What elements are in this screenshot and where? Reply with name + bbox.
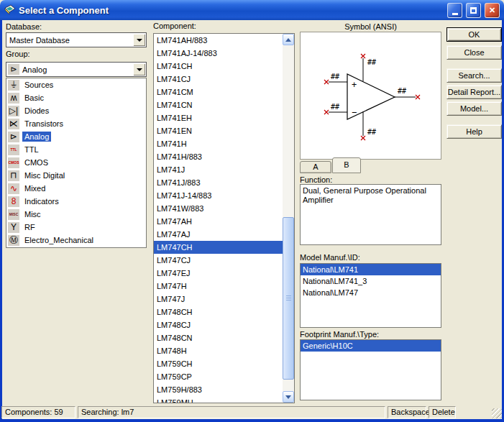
component-item[interactable]: LM741CJ	[154, 73, 283, 86]
database-combo[interactable]: Master Database	[6, 32, 147, 47]
resize-grip[interactable]	[492, 408, 502, 418]
pin-label: ##	[367, 58, 376, 66]
ok-button[interactable]: OK	[446, 27, 502, 42]
group-item-cmos[interactable]: CMOSCMOS	[6, 156, 146, 169]
footprint-list: Generic\H10C	[300, 339, 441, 400]
group-item-label: Misc Digital	[22, 170, 67, 180]
status-backspace: Backspace	[388, 406, 426, 418]
scrollbar-thumb[interactable]	[283, 217, 294, 380]
pin-label: ##	[331, 103, 339, 111]
group-item-diodes[interactable]: ▷|Diodes	[6, 104, 146, 117]
pin-label: ##	[367, 128, 376, 136]
component-item[interactable]: LM748CJ	[154, 318, 283, 331]
status-searching: Searching: lm7	[78, 406, 385, 418]
select-component-dialog: Select a Component ✕ Database: Master Da…	[0, 0, 504, 422]
footprint-item[interactable]: Generic\H10C	[301, 340, 441, 352]
database-label: Database:	[6, 22, 42, 31]
group-item-transistors[interactable]: ⋉Transistors	[6, 117, 146, 130]
component-item[interactable]: LM748H	[154, 344, 283, 357]
seven-segment-icon: 8	[8, 196, 19, 207]
component-item[interactable]: LM748CH	[154, 306, 283, 318]
resistor-icon: ʍ	[8, 93, 19, 104]
group-item-label: Mixed	[22, 183, 47, 193]
pin-terminal-x	[416, 95, 420, 99]
misc-icon: MISC	[8, 209, 19, 220]
action-buttons: OKCloseSearch...Detail Report...Model...…	[446, 0, 502, 180]
pin-label: ##	[331, 73, 339, 81]
component-item[interactable]: LM741EH	[154, 111, 283, 124]
component-item[interactable]: LM747EJ	[154, 267, 283, 280]
group-item-label: TTL	[22, 145, 41, 155]
component-item[interactable]: LM741CM	[154, 86, 283, 98]
group-item-sources[interactable]: ⏚Sources	[6, 78, 146, 91]
group-item-label: Sources	[22, 80, 55, 90]
detail-report-button[interactable]: Detail Report...	[446, 85, 502, 99]
section-tab-b[interactable]: B	[332, 157, 361, 173]
component-item[interactable]: LM759CH	[154, 357, 283, 370]
component-item[interactable]: LM741H	[154, 137, 283, 150]
model-item[interactable]: National\LM741_3	[301, 275, 441, 287]
component-item[interactable]: LM759CP	[154, 370, 283, 383]
component-label: Component:	[153, 22, 196, 30]
group-item-label: Analog	[22, 132, 51, 142]
database-combo-arrow[interactable]	[133, 34, 145, 46]
opamp-icon: ⊳	[8, 64, 19, 75]
component-item[interactable]: LM759MH	[154, 396, 283, 403]
component-item[interactable]: LM741H/883	[154, 150, 283, 163]
component-item[interactable]: LM741AJ-14/883	[154, 47, 283, 60]
mixed-signal-icon: ∿	[8, 183, 19, 194]
component-item[interactable]: LM759H/883	[154, 383, 283, 396]
component-item[interactable]: LM747CJ	[154, 254, 283, 267]
arrow-up-icon	[285, 38, 291, 42]
group-item-rf[interactable]: YRF	[6, 221, 146, 234]
component-item[interactable]: LM741W/883	[154, 202, 283, 215]
symbol-title: Symbol (ANSI)	[300, 22, 441, 31]
group-item-analog[interactable]: ⊳Analog	[6, 130, 146, 143]
component-item[interactable]: LM747AJ	[154, 228, 283, 241]
component-item[interactable]: LM741CN	[154, 98, 283, 111]
group-combo-arrow[interactable]	[133, 63, 145, 75]
component-item[interactable]: LM748CN	[154, 331, 283, 344]
scroll-up-button[interactable]	[283, 34, 294, 45]
opamp-symbol: + − ## ## ## ## ##	[301, 32, 441, 159]
model-item[interactable]: National\LM741	[301, 264, 441, 275]
group-item-electro-mechanical[interactable]: ⓂElectro_Mechanical	[6, 234, 146, 247]
group-item-mixed[interactable]: ∿Mixed	[6, 182, 146, 195]
model-item[interactable]: National\LM747	[301, 287, 441, 298]
component-item[interactable]: LM747J	[154, 293, 283, 306]
arrow-down-icon	[285, 395, 291, 399]
component-item[interactable]: LM741J/883	[154, 176, 283, 189]
help-button[interactable]: Help	[446, 124, 502, 139]
group-item-label: Basic	[22, 93, 46, 103]
close-button[interactable]: Close	[446, 45, 502, 60]
component-item[interactable]: LM741J	[154, 163, 283, 176]
group-item-label: CMOS	[22, 157, 50, 168]
group-item-basic[interactable]: ʍBasic	[6, 91, 146, 104]
model-button[interactable]: Model...	[446, 101, 502, 116]
component-item[interactable]: LM741J-14/883	[154, 189, 283, 202]
component-item[interactable]: LM747CH	[154, 241, 283, 254]
component-scrollbar[interactable]	[283, 34, 294, 403]
antenna-icon: Y	[8, 222, 19, 233]
group-item-ttl[interactable]: TTLTTL	[6, 143, 146, 156]
diode-icon: ▷|	[8, 106, 19, 116]
group-combo[interactable]: ⊳ Analog	[6, 62, 147, 77]
status-delete: Delete	[429, 406, 456, 418]
search-button[interactable]: Search...	[446, 68, 502, 83]
transistor-icon: ⋉	[8, 119, 19, 129]
group-item-indicators[interactable]: 8Indicators	[6, 195, 146, 208]
component-item[interactable]: LM747AH	[154, 215, 283, 228]
component-item[interactable]: LM747H	[154, 280, 283, 293]
group-item-misc[interactable]: MISCMisc	[6, 208, 146, 221]
noninverting-input-sign: +	[352, 80, 357, 90]
group-item-misc-digital[interactable]: ⊓Misc Digital	[6, 169, 146, 182]
section-tab-a[interactable]: A	[300, 161, 331, 173]
component-item[interactable]: LM741CH	[154, 60, 283, 73]
title-bar[interactable]: Select a Component ✕	[0, 0, 504, 20]
component-item[interactable]: LM741AH/883	[154, 34, 283, 47]
pin-terminal-x	[361, 136, 365, 140]
function-box: Dual, General Purpose Operational Amplif…	[300, 184, 441, 245]
scroll-down-button[interactable]	[283, 391, 294, 403]
group-label: Group:	[6, 50, 30, 58]
component-item[interactable]: LM741EN	[154, 124, 283, 137]
